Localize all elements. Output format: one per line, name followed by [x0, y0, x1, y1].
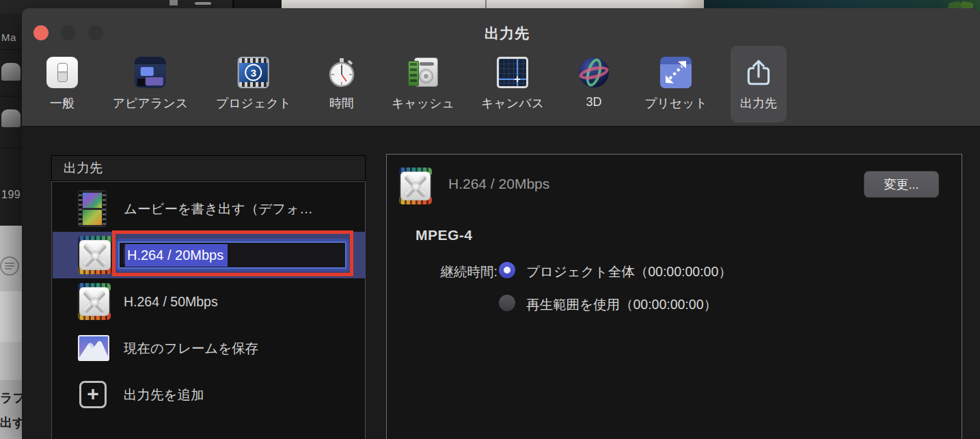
zoom-button[interactable]	[88, 25, 103, 40]
appearance-panels-icon	[135, 57, 166, 88]
format-heading: MPEG-4	[416, 227, 473, 243]
list-item-label: 出力先を追加	[124, 386, 204, 404]
duration-label: 継続時間:	[416, 263, 498, 281]
tab-cache[interactable]: キャッシュ	[382, 46, 464, 122]
background-text: ラフ	[0, 390, 22, 406]
window-title: 出力先	[485, 24, 530, 43]
radio-label: 再生範囲を使用（00:00:00:00）	[526, 295, 717, 314]
destination-detail-panel: H.264 / 20Mbps 変更... MPEG-4 継続時間: プロジェクト…	[386, 154, 962, 439]
list-item-h264-50mbps[interactable]: H.264 / 50Mbps	[53, 278, 366, 325]
tab-appearance[interactable]: アピアランス	[103, 46, 198, 122]
current-frame-photo-icon	[78, 335, 109, 361]
tab-label: プロジェクト	[216, 95, 292, 111]
radio-entire-project[interactable]	[499, 262, 515, 278]
background-mark	[195, 2, 211, 5]
list-item-label: H.264 / 50Mbps	[124, 294, 218, 310]
tab-destinations[interactable]: 出力先	[731, 46, 787, 122]
tab-label: キャッシュ	[392, 95, 454, 111]
time-stopwatch-icon	[326, 57, 357, 88]
cache-memory-disk-icon	[407, 57, 439, 88]
divider	[0, 96, 22, 96]
tab-label: 3D	[586, 95, 601, 109]
background-browser-column: Ma 199 ラフ 出す	[0, 14, 22, 439]
background-number: 199	[1, 189, 21, 201]
tab-label: 一般	[50, 95, 74, 111]
tab-label: キャンバス	[481, 95, 544, 111]
tab-label: アピアランス	[113, 95, 189, 111]
list-item-label: 現在のフレームを保存	[124, 339, 258, 358]
destination-share-icon	[743, 57, 774, 88]
tab-label: 時間	[329, 95, 354, 111]
tab-time[interactable]: 時間	[316, 46, 367, 122]
add-destination-plus-icon	[79, 381, 107, 408]
divider	[0, 49, 22, 50]
background-mark	[169, 0, 178, 5]
tab-general[interactable]: 一般	[37, 46, 87, 122]
change-button[interactable]: 変更...	[864, 171, 939, 198]
three-d-sphere-icon	[578, 57, 610, 88]
radio-label: プロジェクト全体（00:00:00:00）	[526, 263, 732, 281]
minimize-button[interactable]	[61, 25, 76, 40]
justify-lines-circle-icon	[0, 254, 21, 278]
destination-name-input[interactable]: H.264 / 20Mbps	[118, 241, 346, 269]
compressor-setting-icon	[78, 283, 111, 320]
background-text: Ma	[1, 31, 16, 43]
background-thumb	[1, 109, 21, 127]
divider	[0, 148, 22, 148]
tab-3d[interactable]: 3D	[569, 46, 619, 122]
destination-list-header: 出力先	[51, 155, 366, 181]
preferences-toolbar: 出力先 一般 アピアランス プロジェクト	[22, 8, 980, 127]
tab-canvas[interactable]: キャンバス	[472, 46, 554, 122]
canvas-grid-icon	[497, 57, 528, 88]
selected-text: H.264 / 20Mbps	[125, 244, 228, 267]
list-item-export-movie[interactable]: ムービーを書き出す（デフォ…	[53, 185, 366, 232]
tab-label: 出力先	[740, 95, 777, 111]
radio-playback-range[interactable]	[499, 295, 515, 311]
general-switch-icon	[46, 57, 78, 88]
preset-resize-icon	[660, 57, 692, 88]
destination-list: ムービーを書き出す（デフォ… H.264 / 20Mbps H.264 / 50…	[51, 181, 366, 439]
list-item-h264-20mbps[interactable]: H.264 / 20Mbps	[53, 232, 366, 278]
close-button[interactable]	[33, 25, 49, 40]
destination-title: H.264 / 20Mbps	[448, 176, 549, 192]
tab-label: プリセット	[644, 95, 707, 111]
list-item-label: ムービーを書き出す（デフォ…	[124, 200, 313, 218]
list-item-save-current-frame[interactable]: 現在のフレームを保存	[53, 325, 366, 371]
screenshot-root: Ma 199 ラフ 出す 出力先 一般	[0, 0, 980, 439]
tab-project[interactable]: プロジェクト	[206, 46, 301, 122]
background-band	[0, 342, 22, 380]
tab-preset[interactable]: プリセット	[635, 46, 717, 122]
background-band	[0, 291, 22, 342]
compressor-setting-icon	[78, 236, 112, 274]
list-item-add-destination[interactable]: 出力先を追加	[53, 371, 366, 418]
background-text: 出す	[0, 414, 22, 431]
background-thumb	[1, 63, 21, 81]
project-clapper-icon	[238, 57, 269, 88]
movie-filmstrip-icon	[78, 190, 107, 227]
compressor-setting-icon	[399, 168, 432, 204]
